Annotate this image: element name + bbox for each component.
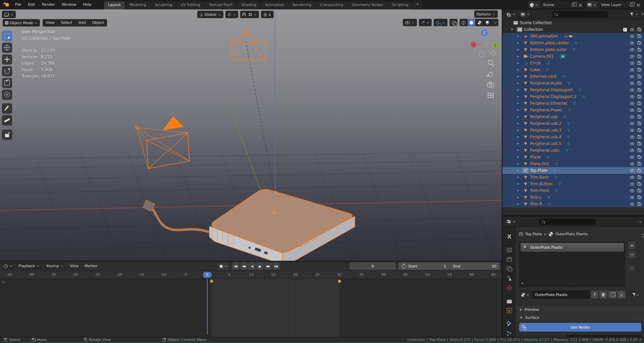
tool-transform-button[interactable] [2,90,12,100]
keying-menu[interactable]: Keying [44,263,66,270]
expand-arrow[interactable]: ▶ [517,156,523,158]
proportional-edit-controls[interactable]: ◎ ∧ [261,11,273,18]
object-name[interactable]: Trim.Front [530,188,549,193]
editor-type-selector[interactable] [2,11,16,18]
timeline-editor-selector[interactable] [2,263,14,270]
outliner-row[interactable]: Scene Collection [502,19,644,26]
unlink-datablock-button[interactable] [617,291,626,299]
eye-toggle[interactable] [630,109,634,112]
add-slot-button[interactable]: + [628,242,636,249]
pivot-point-dropdown[interactable]: ⊙ [225,11,238,18]
eye-toggle[interactable] [630,28,634,31]
viewport-3d[interactable]: X Y Z [0,9,502,261]
breadcrumb-object[interactable]: Top.Plate [525,232,542,236]
camera-toggle[interactable] [637,169,641,172]
properties-tab-modifiers[interactable] [504,321,515,328]
eye-toggle[interactable] [630,115,634,118]
object-name[interactable]: Peripheral.usbc [530,148,560,153]
workspace-tab[interactable]: Animation [261,1,288,9]
playhead-line[interactable] [207,279,208,335]
outliner-row[interactable]: ▶ Top.Plate [502,167,644,174]
expand-arrow[interactable]: ▶ [517,48,523,51]
object-name[interactable]: Camera.001 [530,54,554,59]
camera-toggle[interactable] [637,136,641,139]
workspace-tab[interactable]: Sculpting [151,1,176,9]
expand-arrow[interactable]: ▶ [517,35,523,38]
tool-move-button[interactable] [2,54,12,64]
object-name[interactable]: Peripheral.Audio [530,81,562,86]
timeline-channels[interactable] [0,279,502,338]
eye-toggle[interactable] [630,102,634,105]
camera-toggle[interactable] [637,196,641,199]
current-frame-field[interactable]: 0 [350,262,396,270]
blender-logo-icon[interactable] [3,3,9,7]
workspace-tab[interactable]: Modeling [125,1,150,9]
eye-toggle[interactable] [630,42,634,45]
timeline-view-menu[interactable]: View [68,264,80,268]
outliner-row[interactable]: ▶ Peripheral.usbc [502,147,644,154]
transform-orientation-dropdown[interactable]: Global [197,11,223,18]
material-browse-dropdown[interactable] [519,291,531,299]
next-keyframe-button[interactable]: ◆▶ [264,262,272,270]
object-name[interactable]: Trim.Button [530,182,552,186]
outliner-row[interactable]: ▶ Trim.R [502,201,644,207]
eye-toggle[interactable] [630,203,634,206]
material-specials-dropdown[interactable] [630,291,641,299]
object-name[interactable]: Peripheral.usb.2 [530,121,561,126]
xray-toggle[interactable] [449,19,458,26]
eye-toggle[interactable] [630,142,634,145]
eye-toggle[interactable] [630,35,634,38]
material-slot-list[interactable]: OuterPlate.Plastic :::: [519,242,625,287]
camera-toggle[interactable] [637,102,641,105]
camera-toggle[interactable] [637,28,641,31]
surface-panel-header[interactable]: Surface :::: [516,313,644,322]
shading-rendered-button[interactable] [484,19,492,26]
outliner-row[interactable]: ▶ Trim.L [502,194,644,201]
camera-toggle[interactable] [637,55,641,58]
scene-selector[interactable]: Scene [528,1,583,8]
object-name[interactable]: Circle [530,61,541,65]
eye-toggle[interactable] [630,75,634,78]
expand-arrow[interactable]: ▶ [517,183,523,185]
outliner-row[interactable]: ▶ Peripheral.Displayport [502,87,644,93]
tool-annotate-button[interactable] [2,103,12,113]
menu-item[interactable]: Help [79,0,95,9]
viewport-menu-item[interactable]: Object [89,19,107,27]
expand-arrow[interactable]: ▼ [511,28,517,31]
properties-search-input[interactable] [539,218,596,225]
jump-to-end-button[interactable]: ▶▮ [272,262,280,270]
options-dropdown[interactable]: Options [474,10,498,18]
outliner-row[interactable]: ▶ + 360.animation [502,33,644,40]
view-layer-name[interactable]: View Layer [598,3,628,7]
play-reverse-button[interactable]: ◀ [248,262,256,270]
tool-select-box-button[interactable] [2,31,12,41]
use-nodes-button[interactable]: Use Nodes [519,323,641,332]
outliner-row[interactable]: ▶ Camera.001 [502,53,644,60]
timeline-marker-menu[interactable]: Marker [83,264,99,268]
expand-arrow[interactable]: ▶ [517,149,523,152]
menu-item[interactable]: Edit [24,0,38,9]
object-name[interactable]: Peripheral.Power [530,108,562,112]
properties-tab-scene[interactable] [504,275,515,282]
eye-toggle[interactable] [630,169,634,172]
object-name[interactable]: Trim.R [530,202,542,206]
object-name[interactable]: Peripheral.usb.3 [530,128,561,133]
outliner-row[interactable]: ▶ Peripheral.Displayport.2 [502,93,644,100]
object-name[interactable]: Cube [530,67,540,72]
camera-object[interactable] [136,116,190,168]
add-workspace-button[interactable]: + [413,1,422,9]
expand-arrow[interactable]: ▶ [517,162,523,165]
breadcrumb-material[interactable]: OuterPlate.Plastic [555,232,588,236]
outliner-row[interactable]: ▶ Trim.Button [502,181,644,187]
resize-grip[interactable]: :::: [524,282,623,285]
object-name[interactable]: Ethernet.cord [530,74,556,79]
tool-measure-button[interactable] [2,115,12,125]
eye-toggle[interactable] [630,62,634,65]
material-slot-selected[interactable]: OuterPlate.Plastic [521,243,624,252]
outliner-row[interactable]: ▶ Trim.Back [502,174,644,181]
eye-toggle[interactable] [630,176,634,179]
navigation-gizmo[interactable]: X Y Z [471,30,498,57]
start-frame-field[interactable]: Start1 [398,262,449,270]
outliner-row[interactable]: ▶ Cube [502,66,644,73]
object-name[interactable]: Peripheral.Displayport [530,88,573,92]
